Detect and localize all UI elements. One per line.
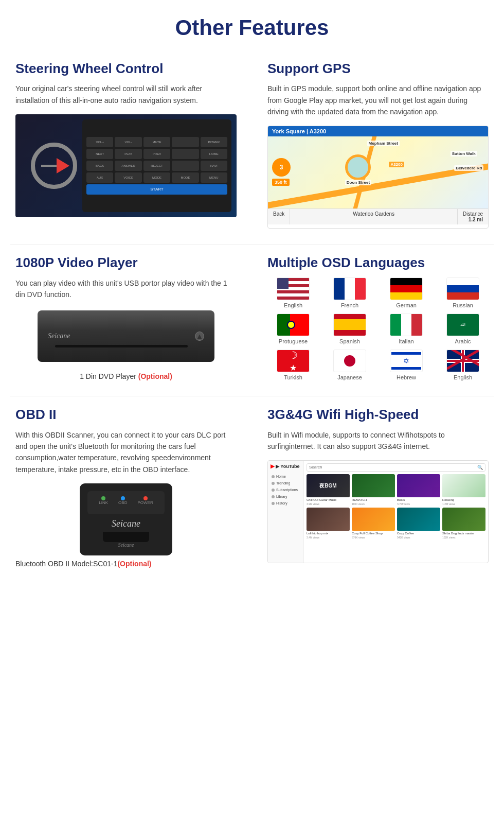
gps-back-btn[interactable]: Back [268,209,290,224]
obd-device-image: LINK OBD POWER Seicane Seicane [15,483,237,568]
wifi-section: 3G&4G Wifi High-Speed Built in Wifi modu… [252,396,504,583]
ctrl-btn: START [86,184,227,195]
ctrl-btn: AUX [86,172,113,183]
flag-label-portuguese: Protuguese [279,338,308,344]
flag-label-arabic: Arabic [455,338,471,344]
yt-search-placeholder: Search [307,464,475,471]
dvd-player-image: Seicane ▲ 1 Din DVD Player (Optional) [15,310,237,380]
gps-roundabout [345,154,371,180]
ctrl-btn: BACK [86,161,113,171]
gps-distance-footer: Distance 1.2 mi [457,209,488,224]
yt-video-4[interactable]: Relaxing 1.2M views [442,474,485,506]
flag-label-uk-english: English [454,374,472,380]
yt-video-3[interactable]: Beats 3.7M views [397,474,440,506]
ctrl-btn: REJECT [143,161,170,171]
flag-il: ✡ [390,350,423,372]
flag-label-english: English [284,302,302,308]
flag-gb [446,350,479,372]
flag-label-german: German [396,302,417,308]
yt-main: Search 🔍 夜BGM Chill Out Guitar Music 4.9… [304,461,488,563]
flag-label-french: French [341,302,358,308]
yt-video-5[interactable]: Lofi hip hop mix 2.4M views [307,508,350,539]
obd-lights-row: LINK OBD POWER [93,496,159,505]
ctrl-btn: ANSWER [115,161,141,171]
obd-brand-label: Seicane [87,518,165,529]
yt-nav-library[interactable]: Library [271,493,301,500]
ctrl-btn: PREV [143,149,170,159]
gps-title: Support GPS [267,61,489,77]
control-panel: VOL+ VOL- MUTE POWER NEXT PLAY PREV HOME… [82,119,231,212]
obd-connector [103,532,149,542]
ctrl-btn: NEXT [86,149,113,159]
flag-item-french: French [324,277,375,308]
flag-ru [446,277,479,300]
gps-distance-label: 350 ft [272,179,290,186]
ctrl-btn: MODE [143,172,170,183]
gps-road-1 [268,136,488,208]
obd-light-link: LINK [99,496,108,505]
flag-us [277,277,310,300]
steering-wheel-icon [31,143,77,189]
yt-video-7[interactable]: Cozy Coffee 543K views [397,508,440,539]
ctrl-btn [172,161,199,171]
flag-it [390,314,423,336]
steering-text: Your original car's steering wheel contr… [15,83,237,106]
obd-sub-label: Seicane [87,542,165,548]
flags-grid: English French German [267,277,489,380]
flag-item-russian: Russian [437,277,489,308]
flag-jp [333,350,366,372]
flag-item-portuguese: Protuguese [267,314,319,344]
languages-section: Multiple OSD Languages [252,245,504,396]
steering-image: VOL+ VOL- MUTE POWER NEXT PLAY PREV HOME… [15,114,237,217]
flag-label-turkish: Turkish [284,374,302,380]
obd-text: With this OBDII Scanner, you can connect… [15,429,237,476]
yt-search-icon[interactable]: 🔍 [475,464,485,471]
flag-sa: الله [446,314,479,336]
ctrl-btn: POWER [201,137,227,147]
ctrl-btn: NAVI [201,161,227,171]
flag-label-spanish: Spanish [339,338,360,344]
gps-location: York Square | A3200 [272,128,326,134]
flag-item-hebrew: ✡ Hebrew [381,350,432,380]
dvd-device: Seicane ▲ [38,310,214,362]
steering-section: Steering Wheel Control Your original car… [0,50,252,244]
dvd-eject-button[interactable]: ▲ [195,332,204,341]
video-title: 1080P Video Player [15,255,237,271]
steering-title: Steering Wheel Control [15,61,237,77]
yt-video-1[interactable]: 夜BGM Chill Out Guitar Music 4.9M views [307,474,350,506]
video-section: 1080P Video Player You can play video wi… [0,245,252,396]
yt-video-6[interactable]: Cozy Full Coffee Shop 876K views [352,508,395,539]
arrow-icon [57,158,69,173]
yt-nav-history[interactable]: History [271,500,301,507]
flag-label-russian: Russian [453,302,473,308]
flag-item-italian: Italian [381,314,432,344]
yt-search-bar[interactable]: Search 🔍 [307,463,485,472]
flag-de [390,277,423,300]
flag-es [333,314,366,336]
yt-nav-trending[interactable]: Trending [271,480,301,486]
ctrl-btn: VOL+ [86,137,113,147]
yt-video-8[interactable]: Shiba Dog finds master 102K views [442,508,485,539]
ctrl-btn: HOME [201,149,227,159]
yt-video-2[interactable]: REMATCH 1800 views [352,474,395,506]
yt-nav-subscriptions[interactable]: Subscriptions [271,486,301,493]
flag-item-japanese: Japanese [324,350,375,380]
gps-section: Support GPS Built in GPS module, support… [252,50,504,244]
yt-nav-home[interactable]: Home [271,473,301,480]
dvd-brand-label: Seicane [48,332,70,340]
gps-street-belvedere: Belvedere Rd [454,165,483,171]
flag-pt [277,314,310,336]
ctrl-btn: MODE [172,172,199,183]
gps-street-a3200: A3200 [389,162,404,167]
dvd-caption: 1 Din DVD Player (Optional) [15,372,237,380]
gps-map-area: 3 350 ft Mepham Street A3200 Sutton Walk… [268,136,488,208]
flag-label-hebrew: Hebrew [397,374,416,380]
yt-sidebar: ▶ ▶ YouTube Home Trending Subscriptions [268,461,304,563]
ctrl-btn: MUTE [143,137,170,147]
languages-title: Multiple OSD Languages [267,255,489,271]
gps-footer: Back Waterloo Gardens Distance 1.2 mi [268,208,488,224]
ctrl-btn: VOL- [115,137,141,147]
yt-videos-row1: 夜BGM Chill Out Guitar Music 4.9M views R… [307,474,485,506]
ctrl-btn [172,137,199,147]
ctrl-btn: MENU [201,172,227,183]
